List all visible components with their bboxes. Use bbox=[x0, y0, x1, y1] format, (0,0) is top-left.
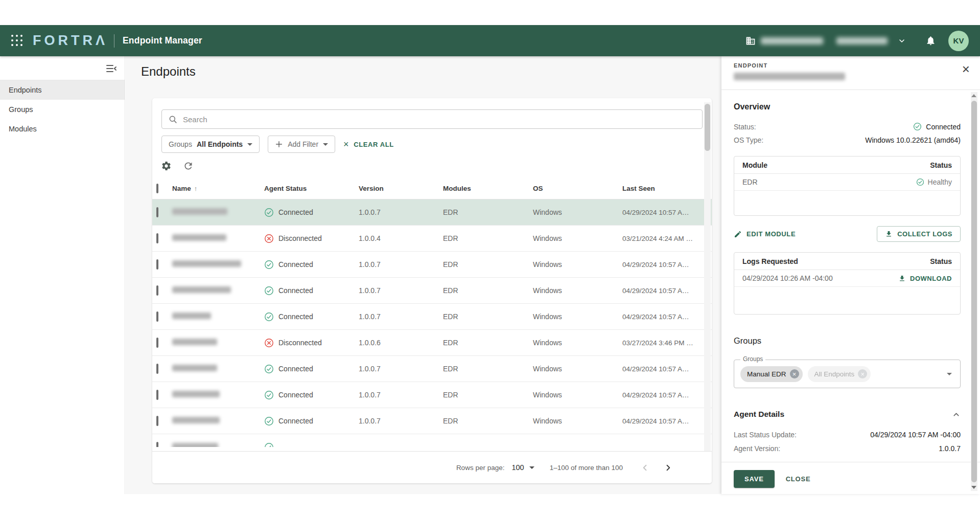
main-content: Endpoints Groups All Endpoints bbox=[126, 56, 721, 494]
chip-remove-icon[interactable]: × bbox=[790, 369, 799, 378]
row-checkbox[interactable] bbox=[156, 338, 158, 348]
groups-filter-dropdown[interactable]: Groups All Endpoints bbox=[161, 136, 260, 153]
app-launcher-icon[interactable] bbox=[11, 35, 24, 47]
panel-footer: SAVE CLOSE bbox=[734, 470, 961, 488]
agent-status-text: Connected bbox=[278, 208, 313, 216]
table-row[interactable]: Connected 1.0.0.7 EDR Windows 04/29/2024… bbox=[152, 252, 712, 278]
notifications-bell-icon[interactable] bbox=[925, 35, 936, 46]
previous-page-button[interactable] bbox=[638, 461, 652, 475]
org-subname-redacted[interactable] bbox=[836, 37, 888, 44]
column-header-os[interactable]: OS bbox=[533, 185, 622, 192]
disconnected-x-circle-icon bbox=[264, 338, 274, 348]
org-name-redacted[interactable] bbox=[761, 37, 823, 44]
chip-label: Manual EDR bbox=[747, 370, 786, 378]
panel-scrollbar[interactable] bbox=[971, 92, 977, 491]
topbar-right: KV bbox=[745, 31, 969, 51]
sidebar: Endpoints Groups Modules bbox=[0, 56, 125, 494]
rows-per-page-select[interactable]: 100 bbox=[511, 463, 534, 472]
sidebar-item-groups[interactable]: Groups bbox=[0, 100, 125, 119]
refresh-icon[interactable] bbox=[183, 161, 194, 171]
collapse-menu-icon[interactable] bbox=[105, 62, 118, 75]
table-row[interactable]: Disconnected 1.0.0.4 EDR Windows 03/21/2… bbox=[152, 226, 712, 252]
table-row[interactable]: Connected 1.0.0.7 EDR Windows 04/29/2024… bbox=[152, 304, 712, 330]
modules-cell: EDR bbox=[443, 234, 533, 242]
endpoints-card: Groups All Endpoints Add Filter × CLEAR … bbox=[152, 98, 712, 483]
connected-check-circle-icon bbox=[264, 416, 274, 426]
endpoint-name-redacted bbox=[172, 286, 231, 293]
connected-check-circle-icon bbox=[264, 260, 274, 270]
save-button[interactable]: SAVE bbox=[734, 470, 775, 488]
table-scrollbar-thumb[interactable] bbox=[705, 104, 710, 151]
last-seen-cell: 04/29/2024 10:57 A… bbox=[622, 391, 712, 399]
download-logs-button[interactable]: DOWNLOAD bbox=[898, 275, 952, 282]
column-header-modules[interactable]: Modules bbox=[443, 185, 533, 192]
table-row[interactable]: Connected 1.0.0.7 EDR Windows 04/29/2024… bbox=[152, 278, 712, 304]
agent-status-text: Connected bbox=[278, 286, 313, 295]
endpoint-kicker: ENDPOINT bbox=[734, 62, 767, 69]
row-checkbox[interactable] bbox=[156, 311, 158, 322]
agent-version-value: 1.0.0.7 bbox=[939, 444, 961, 453]
table-body: Connected 1.0.0.7 EDR Windows 04/29/2024… bbox=[152, 199, 712, 447]
scrollbar-up-arrow-icon[interactable] bbox=[971, 94, 976, 97]
search-field[interactable] bbox=[161, 109, 703, 129]
groups-filter-label: Groups bbox=[169, 140, 192, 148]
sidebar-item-endpoints[interactable]: Endpoints bbox=[0, 80, 125, 100]
module-actions: EDIT MODULE COLLECT LOGS bbox=[734, 226, 961, 242]
row-checkbox[interactable] bbox=[156, 233, 158, 243]
groups-select[interactable]: Groups Manual EDR × All Endpoints × bbox=[734, 360, 961, 388]
table-row[interactable]: Connected 1.0.0.7 EDR Windows 04/29/2024… bbox=[152, 382, 712, 408]
scrollbar-down-arrow-icon[interactable] bbox=[971, 486, 976, 489]
group-chip-manual-edr[interactable]: Manual EDR × bbox=[740, 366, 803, 382]
column-header-name[interactable]: Name↑ bbox=[172, 185, 264, 192]
groups-field-label: Groups bbox=[740, 355, 765, 363]
add-filter-button[interactable]: Add Filter bbox=[268, 136, 335, 153]
module-row: EDR Healthy bbox=[734, 174, 960, 191]
row-checkbox[interactable] bbox=[156, 207, 158, 217]
endpoint-name-redacted bbox=[172, 312, 211, 319]
column-header-version[interactable]: Version bbox=[359, 185, 443, 192]
row-checkbox[interactable] bbox=[156, 364, 158, 374]
column-header-agent-status[interactable]: Agent Status bbox=[264, 185, 359, 192]
status-value: Connected bbox=[926, 123, 961, 131]
close-button[interactable]: CLOSE bbox=[786, 475, 811, 483]
user-avatar[interactable]: KV bbox=[948, 31, 969, 51]
select-all-checkbox[interactable] bbox=[156, 184, 158, 193]
edit-module-button[interactable]: EDIT MODULE bbox=[734, 230, 796, 238]
table-row[interactable] bbox=[152, 434, 712, 447]
column-header-last-seen[interactable]: Last Seen bbox=[622, 185, 712, 192]
panel-scrollbar-thumb[interactable] bbox=[971, 101, 977, 482]
table-row[interactable]: Connected 1.0.0.7 EDR Windows 04/29/2024… bbox=[152, 356, 712, 382]
table-row[interactable]: Connected 1.0.0.7 EDR Windows 04/29/2024… bbox=[152, 199, 712, 226]
clear-all-button[interactable]: × CLEAR ALL bbox=[343, 140, 394, 149]
version-cell: 1.0.0.7 bbox=[359, 391, 443, 399]
row-checkbox[interactable] bbox=[156, 390, 158, 400]
next-page-button[interactable] bbox=[661, 461, 675, 475]
version-cell: 1.0.0.6 bbox=[359, 339, 443, 347]
caret-down-icon[interactable] bbox=[947, 373, 952, 375]
endpoint-name-redacted bbox=[172, 365, 217, 371]
agent-status-text: Connected bbox=[278, 417, 313, 425]
row-checkbox[interactable] bbox=[156, 259, 158, 270]
table-scrollbar[interactable] bbox=[704, 102, 711, 477]
close-panel-icon[interactable]: × bbox=[962, 62, 970, 76]
row-checkbox[interactable] bbox=[156, 285, 158, 296]
page-title: Endpoints bbox=[141, 64, 196, 79]
table-row[interactable]: Connected 1.0.0.7 EDR Windows 04/29/2024… bbox=[152, 408, 712, 434]
os-cell: Windows bbox=[533, 260, 622, 269]
table-row[interactable]: Disconnected 1.0.0.6 EDR Windows 03/27/2… bbox=[152, 330, 712, 356]
column-settings-gear-icon[interactable] bbox=[161, 161, 172, 171]
disconnected-x-circle-icon bbox=[264, 234, 274, 243]
sidebar-item-modules[interactable]: Modules bbox=[0, 119, 125, 139]
search-input[interactable] bbox=[183, 115, 696, 124]
row-checkbox[interactable] bbox=[156, 416, 158, 426]
caret-down-icon bbox=[247, 143, 252, 146]
row-checkbox[interactable] bbox=[156, 442, 158, 447]
modules-cell: EDR bbox=[443, 260, 533, 269]
panel-footer-divider bbox=[721, 462, 980, 462]
agent-details-heading-row: Agent Details bbox=[734, 410, 961, 419]
chevron-up-icon[interactable] bbox=[952, 410, 961, 419]
collect-logs-button[interactable]: COLLECT LOGS bbox=[877, 226, 961, 242]
agent-status-text: Connected bbox=[278, 365, 313, 373]
groups-heading: Groups bbox=[734, 336, 961, 346]
org-chevron-down-icon[interactable] bbox=[898, 37, 906, 45]
